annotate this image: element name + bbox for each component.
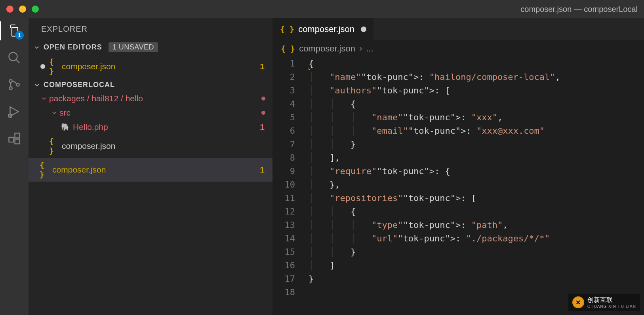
folder-row[interactable]: packages / hail812 / hello: [29, 91, 272, 106]
open-editors-header[interactable]: OPEN EDITORS 1 UNSAVED: [29, 40, 272, 55]
problem-count: 1: [260, 62, 267, 71]
breadcrumbs[interactable]: { } composer.json › ...: [273, 40, 644, 57]
editor-area: { } composer.json { } composer.json › ..…: [272, 18, 644, 315]
file-row-composer-inner[interactable]: { } composer.json: [29, 134, 272, 158]
maximize-window-button[interactable]: [32, 6, 39, 13]
svg-point-0: [9, 53, 17, 61]
watermark: ✕ 创新互联 CHUANG XIN HU LIAN: [568, 294, 640, 311]
json-file-icon: { }: [49, 137, 59, 156]
run-debug-icon[interactable]: [6, 104, 22, 120]
dirty-indicator-icon: [361, 27, 366, 32]
workspace-label: COMPOSERLOCAL: [44, 81, 115, 89]
untracked-marker-icon: [261, 97, 265, 101]
watermark-text: 创新互联: [587, 296, 613, 303]
breadcrumb-separator: ›: [359, 44, 362, 54]
json-file-icon: { }: [281, 44, 295, 53]
untracked-marker-icon: [261, 111, 265, 115]
json-file-icon: { }: [280, 25, 294, 34]
breadcrumb-more: ...: [366, 44, 373, 54]
sidebar-title: EXPLORER: [29, 18, 272, 40]
problem-count: 1: [260, 122, 267, 132]
search-icon[interactable]: [6, 50, 22, 66]
svg-rect-7: [15, 139, 20, 144]
minimize-window-button[interactable]: [19, 6, 26, 13]
watermark-logo-icon: ✕: [572, 296, 584, 308]
json-file-icon: { }: [49, 57, 59, 76]
open-editor-item[interactable]: { } composer.json 1: [29, 55, 272, 78]
folder-name: packages / hail812 / hello: [49, 94, 261, 103]
editor-tabs: { } composer.json: [273, 18, 644, 40]
chevron-down-icon: [51, 109, 58, 116]
chevron-down-icon: [40, 95, 48, 102]
traffic-lights: [6, 6, 39, 13]
file-name: composer.json: [62, 141, 267, 151]
explorer-badge: 1: [15, 31, 24, 40]
open-editors-label: OPEN EDITORS: [44, 43, 102, 51]
file-name: composer.json: [52, 165, 260, 175]
titlebar: composer.json — composerLocal: [0, 0, 644, 18]
breadcrumb-file: composer.json: [299, 44, 355, 54]
open-editor-filename: composer.json: [62, 62, 260, 71]
tab-filename: composer.json: [298, 24, 354, 34]
php-file-icon: 🐘: [60, 123, 70, 131]
code-content[interactable]: {│ "name""tok-punc">: "hailong/composer-…: [305, 57, 644, 315]
source-control-icon[interactable]: [6, 77, 22, 93]
extensions-icon[interactable]: [6, 131, 22, 146]
editor-tab[interactable]: { } composer.json: [273, 18, 374, 40]
activity-bar: 1: [0, 18, 29, 315]
workspace-header[interactable]: COMPOSERLOCAL: [29, 78, 272, 91]
explorer-sidebar: EXPLORER OPEN EDITORS 1 UNSAVED { } comp…: [29, 18, 272, 315]
svg-point-1: [9, 80, 12, 83]
folder-row-src[interactable]: src: [29, 106, 272, 120]
dirty-indicator-icon: [40, 64, 45, 69]
svg-rect-5: [9, 137, 14, 142]
line-number-gutter: 123456789101112131415161718: [273, 57, 305, 315]
problem-count: 1: [260, 165, 267, 175]
window-title: composer.json — composerLocal: [520, 5, 638, 14]
code-editor[interactable]: 123456789101112131415161718 {│ "name""to…: [273, 57, 644, 315]
chevron-down-icon: [33, 44, 40, 51]
watermark-sub: CHUANG XIN HU LIAN: [587, 304, 636, 309]
json-file-icon: { }: [40, 160, 50, 179]
chevron-down-icon: [33, 82, 40, 89]
svg-point-2: [9, 87, 12, 90]
close-window-button[interactable]: [6, 6, 13, 13]
explorer-icon[interactable]: 1: [6, 23, 22, 39]
folder-name: src: [59, 108, 261, 118]
file-row-hello-php[interactable]: 🐘 Hello.php 1: [29, 120, 272, 134]
file-row-composer-root[interactable]: { } composer.json 1: [29, 158, 272, 182]
file-name: Hello.php: [73, 122, 260, 132]
unsaved-badge: 1 UNSAVED: [109, 42, 158, 52]
svg-rect-6: [15, 133, 20, 138]
